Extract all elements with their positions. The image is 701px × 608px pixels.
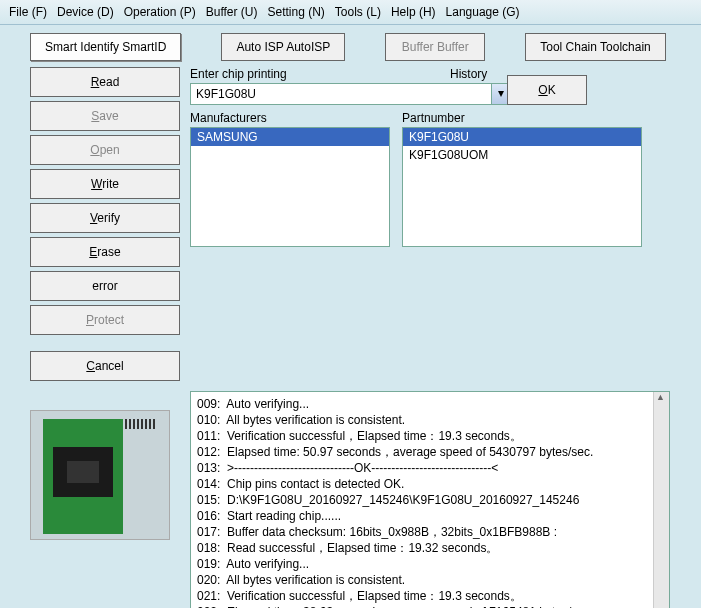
cancel-button[interactable]: Cancel xyxy=(30,351,180,381)
chip-print-input[interactable] xyxy=(190,83,492,105)
log-line: 009: Auto verifying... xyxy=(197,396,663,412)
log-line: 018: Read successful，Elapsed time：19.32 … xyxy=(197,540,663,556)
log-line: 022: Elapsed time: 38.63 seconds，average… xyxy=(197,604,663,608)
list-item[interactable]: K9F1G08U xyxy=(403,128,641,146)
verify-button[interactable]: Verify xyxy=(30,203,180,233)
auto-isp-button[interactable]: Auto ISP AutoISP xyxy=(221,33,345,61)
adapter-photo xyxy=(30,410,170,540)
action-sidebar: Read Save Open Write Verify Erase error … xyxy=(30,67,180,381)
log-line: 016: Start reading chip...... xyxy=(197,508,663,524)
list-item[interactable]: SAMSUNG xyxy=(191,128,389,146)
history-label: History xyxy=(450,67,487,81)
log-line: 021: Verification successful，Elapsed tim… xyxy=(197,588,663,604)
manufacturers-list[interactable]: SAMSUNG xyxy=(190,127,390,247)
pin-header-icon xyxy=(125,419,157,429)
chip-socket-icon xyxy=(43,419,123,534)
buffer-button: Buffer Buffer xyxy=(385,33,485,61)
vertical-scrollbar[interactable] xyxy=(653,392,669,608)
log-line: 010: All bytes verification is consisten… xyxy=(197,412,663,428)
menu-buffer[interactable]: Buffer (U) xyxy=(202,3,262,21)
partnumber-label: Partnumber xyxy=(402,111,642,125)
log-line: 019: Auto verifying... xyxy=(197,556,663,572)
log-line: 014: Chip pins contact is detected OK. xyxy=(197,476,663,492)
log-line: 013: >------------------------------OK--… xyxy=(197,460,663,476)
menu-language[interactable]: Language (G) xyxy=(442,3,524,21)
menu-device[interactable]: Device (D) xyxy=(53,3,118,21)
protect-button: Protect xyxy=(30,305,180,335)
log-line: 012: Elapsed time: 50.97 seconds，average… xyxy=(197,444,663,460)
toolchain-button[interactable]: Tool Chain Toolchain xyxy=(525,33,666,61)
menu-tools[interactable]: Tools (L) xyxy=(331,3,385,21)
log-line: 020: All bytes verification is consisten… xyxy=(197,572,663,588)
menu-help[interactable]: Help (H) xyxy=(387,3,440,21)
ok-button[interactable]: OK xyxy=(507,75,586,105)
error-button[interactable]: error xyxy=(30,271,180,301)
menu-file[interactable]: File (F) xyxy=(5,3,51,21)
log-line: 017: Buffer data checksum: 16bits_0x988B… xyxy=(197,524,663,540)
read-button[interactable]: Read xyxy=(30,67,180,97)
list-item[interactable]: K9F1G08UOM xyxy=(403,146,641,164)
top-button-row: Smart Identify SmartID Auto ISP AutoISP … xyxy=(0,25,701,67)
write-button[interactable]: Write xyxy=(30,169,180,199)
log-panel[interactable]: 009: Auto verifying...010: All bytes ver… xyxy=(190,391,670,608)
smart-identify-button[interactable]: Smart Identify SmartID xyxy=(30,33,181,61)
log-line: 011: Verification successful，Elapsed tim… xyxy=(197,428,663,444)
open-button: Open xyxy=(30,135,180,165)
erase-button[interactable]: Erase xyxy=(30,237,180,267)
menu-bar: File (F) Device (D) Operation (P) Buffer… xyxy=(0,0,701,25)
menu-setting[interactable]: Setting (N) xyxy=(264,3,329,21)
menu-operation[interactable]: Operation (P) xyxy=(120,3,200,21)
manufacturers-label: Manufacturers xyxy=(190,111,390,125)
partnumber-list[interactable]: K9F1G08U K9F1G08UOM xyxy=(402,127,642,247)
save-button: Save xyxy=(30,101,180,131)
log-line: 015: D:\K9F1G08U_20160927_145246\K9F1G08… xyxy=(197,492,663,508)
